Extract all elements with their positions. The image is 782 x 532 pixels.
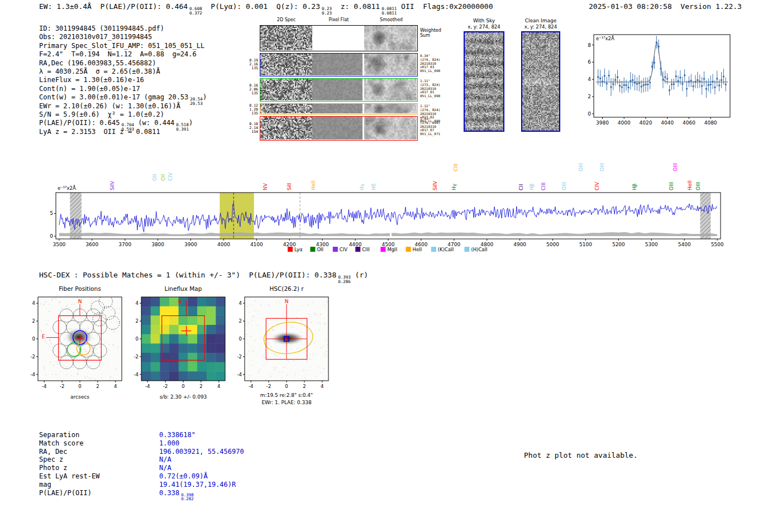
inset-x-axis-ticks: 398040004020404040604080 bbox=[596, 117, 717, 126]
spec2d-row bbox=[260, 53, 418, 76]
spec2d-image bbox=[260, 26, 312, 50]
svg-text:2: 2 bbox=[199, 384, 202, 389]
match-field-value: N/A bbox=[159, 464, 171, 472]
svg-text:3900: 3900 bbox=[184, 242, 197, 247]
svg-text:2: 2 bbox=[32, 318, 35, 324]
match-field-value: 19.41(19.37,19.46)R bbox=[159, 481, 236, 488]
match-field-label: Spec z bbox=[39, 456, 159, 464]
svg-text:5100: 5100 bbox=[579, 242, 592, 247]
svg-text:4: 4 bbox=[321, 384, 323, 389]
svg-text:4900: 4900 bbox=[513, 242, 526, 247]
withsky-image bbox=[465, 32, 503, 131]
error-band bbox=[59, 232, 717, 236]
match-row: Spec zN/A bbox=[39, 456, 244, 464]
svg-text:4040: 4040 bbox=[661, 120, 674, 126]
match-row: RA, Dec196.003921, 55.456970 bbox=[39, 448, 244, 456]
stacked-confidence-interval: 0.6080.372 bbox=[189, 7, 202, 16]
plot-x-ticks: -4-2024 bbox=[249, 381, 324, 389]
svg-text:2: 2 bbox=[588, 94, 591, 99]
svg-text:2: 2 bbox=[136, 318, 139, 324]
svg-text:5300: 5300 bbox=[645, 242, 658, 247]
emission-line-label: HeII bbox=[311, 180, 316, 190]
svg-text:4: 4 bbox=[239, 300, 242, 306]
match-row: Photo zN/A bbox=[39, 464, 244, 472]
withsky-coords: x, y: 274, 824 bbox=[458, 24, 510, 30]
emission-line-label: Hδ bbox=[371, 183, 376, 190]
spec2d-image bbox=[260, 79, 312, 100]
svg-text:2: 2 bbox=[303, 384, 306, 389]
hsc-image-plot: N-4-2024-4-2024 bbox=[229, 293, 344, 393]
svg-text:4020: 4020 bbox=[639, 120, 652, 126]
legend-label: OII bbox=[317, 247, 323, 252]
plot-y-ticks: -4-2024 bbox=[134, 300, 141, 377]
weighted-sum-label: Weighted Sum bbox=[420, 28, 441, 38]
north-label: N bbox=[285, 299, 289, 304]
photz-note: Phot z plot not available. bbox=[524, 451, 638, 459]
inset-spectrum-chart: 39804000402040404060408002468e⁻¹⁷x2Å bbox=[578, 27, 735, 133]
pixelflat-image bbox=[312, 104, 364, 113]
svg-text:4100: 4100 bbox=[250, 242, 263, 247]
plot-x-ticks: -4-2024 bbox=[145, 381, 221, 389]
smoothed-image bbox=[364, 104, 417, 113]
emission-line-label: CIV bbox=[168, 172, 173, 181]
stacked-confidence-interval: 0.230.23 bbox=[322, 7, 332, 16]
match-field-label: Photo z bbox=[39, 464, 159, 472]
east-label: E bbox=[42, 334, 45, 339]
svg-text:-4: -4 bbox=[237, 372, 242, 377]
emission-line-label: OIII bbox=[669, 182, 674, 190]
edge-mask-band bbox=[700, 193, 711, 239]
svg-text:-4: -4 bbox=[249, 384, 253, 389]
spec2d-image bbox=[260, 117, 312, 140]
withsky-title: With Sky bbox=[458, 18, 510, 23]
stacked-confidence-interval: 0.08110.0811 bbox=[382, 7, 397, 16]
legend-label: (K)CaII bbox=[438, 247, 454, 252]
stacked-confidence-interval: 20.5420.53 bbox=[190, 97, 203, 106]
emission-line-label: OIII bbox=[578, 163, 584, 171]
clean-title: Clean Image bbox=[517, 18, 565, 23]
info-line: Cont(n) = 1.90(±0.05)e-17 bbox=[39, 85, 207, 93]
svg-text:5: 5 bbox=[50, 210, 53, 216]
withsky-cutout bbox=[464, 31, 504, 132]
pixelflat-image bbox=[312, 117, 364, 140]
inset-data-points bbox=[597, 36, 727, 98]
spec2d-title-pixelflat: Pixel Flat bbox=[313, 17, 365, 22]
svg-text:0: 0 bbox=[285, 384, 288, 389]
spec2d-image bbox=[260, 54, 312, 75]
spec2d-row-right-labels: 1.53"(275, 650)20210310v017_07051_LL_071 bbox=[420, 117, 446, 136]
match-field-label: Separation bbox=[39, 431, 159, 439]
match-row: mag19.41(19.37,19.46)R bbox=[39, 481, 244, 489]
match-field-label: Est LyA rest-EW bbox=[39, 472, 159, 481]
main-spectrum-chart: 3500360037003800390040004100420043004400… bbox=[47, 150, 732, 261]
svg-text:-4: -4 bbox=[42, 384, 46, 389]
fiber-xlabel: arcsecs bbox=[22, 394, 137, 400]
detection-info-block: ID: 3011994845 (3011994845.pdf)Obs: 2021… bbox=[39, 25, 207, 136]
svg-text:-2: -2 bbox=[163, 384, 168, 389]
legend-label: CIV bbox=[340, 247, 347, 252]
info-line: F=2.4" T=0.194 N=1.12 A=0.88 g=24.6 bbox=[39, 50, 207, 59]
svg-text:4000: 4000 bbox=[217, 242, 230, 247]
info-line: LineFlux = 1.30(±0.16)e-16 bbox=[39, 76, 207, 84]
spec2d-title-smoothed: Smoothed bbox=[365, 17, 418, 22]
emission-line-label: OIII bbox=[561, 182, 567, 190]
match-field-value: 0.72(±0.09)Å bbox=[159, 472, 208, 480]
clean-image bbox=[522, 32, 559, 131]
svg-text:-4: -4 bbox=[134, 372, 139, 377]
spec2d-row-left-labels: 0.121.20135 bbox=[240, 104, 258, 116]
fiber-plot-title: Fiber Positions bbox=[22, 285, 137, 292]
galaxy-image-blob bbox=[270, 331, 306, 346]
emission-line-labels: SiIVOIIOIICIVNVSiIIHeIIHγHδSiIVHγCIIICII… bbox=[109, 163, 701, 190]
match-field-value: 0.338618" bbox=[159, 431, 196, 439]
info-line: Obs: 20210310v017_3011994845 bbox=[39, 33, 207, 41]
spec2d-row-right-labels: 0.34"(274, 824)20210310v017_03051_LL_090 bbox=[420, 54, 446, 73]
svg-text:0: 0 bbox=[182, 384, 184, 389]
emission-line-label: OIII bbox=[673, 163, 678, 171]
detection-highlight-band bbox=[220, 193, 254, 239]
svg-text:4: 4 bbox=[217, 384, 220, 389]
main-units-label: e⁻¹⁷x2Å bbox=[58, 185, 76, 191]
hscdex-summary-line: HSC-DEX : Possible Matches = 1 (within +… bbox=[39, 271, 368, 284]
svg-text:0: 0 bbox=[136, 336, 139, 342]
edge-mask-band bbox=[70, 193, 82, 239]
svg-text:4: 4 bbox=[588, 76, 591, 82]
svg-text:0: 0 bbox=[32, 336, 35, 342]
plot-y-ticks: -4-2024 bbox=[31, 300, 38, 377]
